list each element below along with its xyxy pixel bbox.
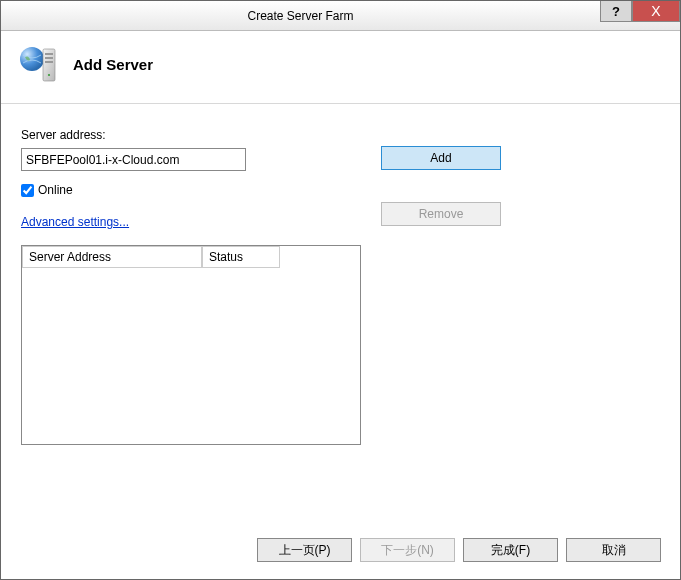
cancel-button[interactable]: 取消 xyxy=(566,538,661,562)
header-section: Add Server xyxy=(1,31,680,104)
svg-point-5 xyxy=(48,74,50,76)
next-button[interactable]: 下一步(N) xyxy=(360,538,455,562)
add-button[interactable]: Add xyxy=(381,146,501,170)
previous-button[interactable]: 上一页(P) xyxy=(257,538,352,562)
server-address-label: Server address: xyxy=(21,128,361,142)
advanced-settings-link[interactable]: Advanced settings... xyxy=(21,215,129,229)
close-button[interactable]: X xyxy=(632,0,680,22)
online-checkbox[interactable] xyxy=(21,184,34,197)
svg-point-0 xyxy=(20,47,44,71)
titlebar-controls: ? X xyxy=(600,1,680,30)
server-globe-icon xyxy=(17,43,59,85)
server-list-table: Server Address Status xyxy=(21,245,361,445)
column-server-address[interactable]: Server Address xyxy=(22,246,202,268)
table-header-row: Server Address Status xyxy=(22,246,360,268)
svg-rect-3 xyxy=(45,57,53,59)
help-button[interactable]: ? xyxy=(600,0,632,22)
finish-button[interactable]: 完成(F) xyxy=(463,538,558,562)
titlebar: Create Server Farm ? X xyxy=(1,1,680,31)
footer-buttons: 上一页(P) 下一步(N) 完成(F) 取消 xyxy=(257,538,661,562)
page-title: Add Server xyxy=(73,56,153,73)
content-area: Server address: Online Advanced settings… xyxy=(1,104,680,455)
server-address-input[interactable] xyxy=(21,148,246,171)
svg-rect-2 xyxy=(45,53,53,55)
window-title: Create Server Farm xyxy=(1,9,600,23)
online-label: Online xyxy=(38,183,73,197)
svg-rect-4 xyxy=(45,61,53,63)
column-status[interactable]: Status xyxy=(202,246,280,268)
remove-button[interactable]: Remove xyxy=(381,202,501,226)
